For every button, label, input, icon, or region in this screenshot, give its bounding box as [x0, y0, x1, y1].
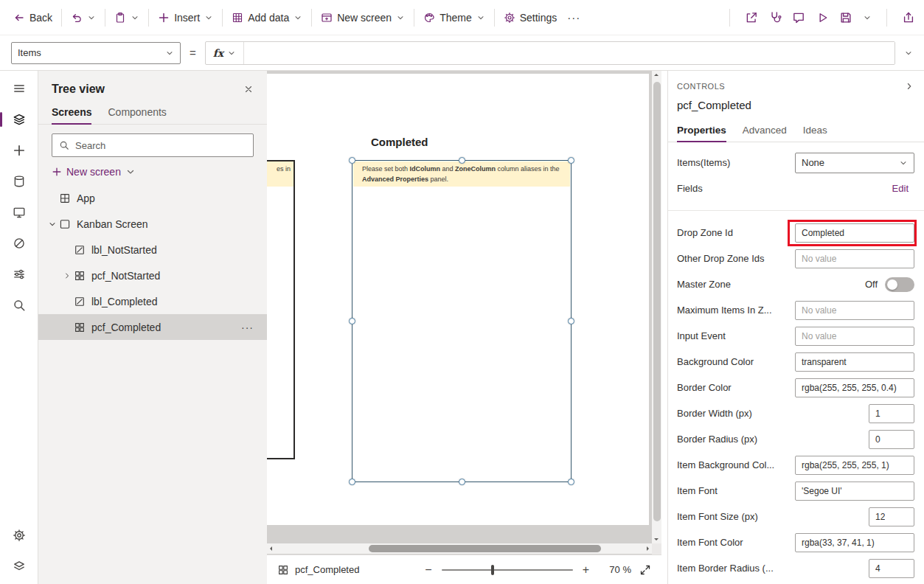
- item-font-color-input[interactable]: rgba(33, 37, 41, 1): [795, 533, 914, 552]
- tab-ideas[interactable]: Ideas: [803, 120, 827, 142]
- chevron-down-icon[interactable]: [87, 13, 96, 22]
- insert-button[interactable]: Insert: [153, 9, 218, 27]
- tree-view-icon[interactable]: [7, 108, 31, 131]
- selection-handle[interactable]: [349, 318, 355, 324]
- search-box[interactable]: [52, 133, 254, 157]
- selection-handle[interactable]: [349, 157, 355, 164]
- new-screen-toolbar-button[interactable]: New screen: [316, 9, 409, 27]
- selection-handle[interactable]: [459, 157, 465, 164]
- share-icon[interactable]: [745, 11, 758, 24]
- item-background-col-input[interactable]: rgba(255, 255, 255, 1): [795, 456, 914, 475]
- properties-panel-header: CONTROLS pcf_Completed PropertiesAdvance…: [668, 71, 924, 142]
- theme-button[interactable]: Theme: [419, 9, 490, 27]
- variables-icon[interactable]: [7, 263, 31, 286]
- data-icon[interactable]: [7, 170, 31, 193]
- close-icon[interactable]: [243, 84, 254, 94]
- tab-components[interactable]: Components: [108, 102, 166, 124]
- preview-app-icon[interactable]: [816, 11, 829, 24]
- property-selector-dropdown[interactable]: Items: [11, 42, 181, 64]
- chevron-down-icon[interactable]: [131, 13, 139, 22]
- scroll-up-arrow[interactable]: [654, 74, 659, 76]
- chevron-right-icon[interactable]: [63, 271, 72, 280]
- chevron-down-icon: [293, 13, 302, 22]
- canvas-screen[interactable]: Completed es in Please set both IdColumn…: [267, 74, 649, 525]
- settings-icon[interactable]: [7, 524, 31, 547]
- add-data-icon: [232, 12, 243, 24]
- formula-input[interactable]: [244, 42, 895, 64]
- tree-item-pcf_notstarted[interactable]: pcf_NotStarted: [38, 263, 267, 288]
- scroll-down-arrow[interactable]: [654, 538, 659, 540]
- item-font-input[interactable]: 'Segoe UI': [795, 482, 914, 501]
- zoom-out-button[interactable]: −: [423, 563, 433, 577]
- save-icon[interactable]: [839, 11, 852, 24]
- undo-button[interactable]: [66, 9, 100, 27]
- comments-icon[interactable]: [792, 11, 805, 24]
- chevron-down-icon[interactable]: [863, 13, 872, 22]
- fields-edit-link[interactable]: Edit: [892, 183, 914, 194]
- item-border-radius-input[interactable]: 4: [869, 559, 914, 578]
- chevron-down-icon[interactable]: [125, 167, 136, 177]
- border-width-px-input[interactable]: 1: [869, 404, 914, 423]
- power-automate-icon[interactable]: [7, 232, 31, 255]
- background-color-input[interactable]: transparent: [795, 352, 914, 372]
- scrollbar-thumb[interactable]: [653, 82, 661, 521]
- item-font-size-px-input[interactable]: 12: [869, 507, 914, 526]
- back-button[interactable]: Back: [9, 9, 57, 27]
- canvas-area[interactable]: Completed es in Please set both IdColumn…: [267, 71, 661, 555]
- gear-icon: [504, 12, 515, 24]
- zoom-in-button[interactable]: +: [581, 563, 591, 577]
- expand-formula-bar-icon[interactable]: [904, 49, 913, 58]
- paste-button[interactable]: [110, 9, 144, 27]
- other-drop-zone-ids-input[interactable]: No value: [795, 249, 914, 268]
- pcf-completed-control[interactable]: Please set both IdColumn and ZoneColumn …: [352, 160, 572, 482]
- tree-item-pcf_completed[interactable]: pcf_Completed···: [38, 314, 267, 340]
- pcf-notstarted-control[interactable]: es in: [267, 160, 295, 459]
- collapse-panel-icon[interactable]: [904, 81, 914, 91]
- more-options-button[interactable]: ···: [241, 321, 260, 333]
- maximum-items-in-z-input[interactable]: No value: [795, 301, 914, 320]
- tab-screens[interactable]: Screens: [52, 102, 91, 124]
- app-checker-icon[interactable]: [768, 11, 782, 24]
- selection-handle[interactable]: [568, 157, 574, 164]
- chevron-down-icon[interactable]: [48, 220, 57, 229]
- media-icon[interactable]: [7, 201, 31, 224]
- tree-item-lbl_completed[interactable]: lbl_Completed: [38, 288, 267, 314]
- publish-icon[interactable]: [902, 11, 915, 24]
- selection-handle[interactable]: [349, 479, 355, 485]
- border-radius-px-input[interactable]: 0: [869, 430, 914, 449]
- master-zone-toggle[interactable]: [885, 277, 914, 292]
- insert-icon[interactable]: [7, 139, 31, 162]
- tab-advanced[interactable]: Advanced: [743, 120, 787, 142]
- advanced-tools-icon[interactable]: [7, 555, 31, 578]
- selection-handle[interactable]: [568, 479, 574, 485]
- scroll-right-arrow[interactable]: [647, 546, 649, 551]
- add-data-button[interactable]: Add data: [227, 9, 307, 27]
- vertical-scrollbar[interactable]: [652, 71, 661, 543]
- items-items-dropdown[interactable]: None: [795, 153, 914, 173]
- horizontal-scrollbar[interactable]: [267, 543, 652, 554]
- tab-properties[interactable]: Properties: [677, 120, 726, 142]
- search-icon[interactable]: [7, 293, 31, 317]
- border-color-input[interactable]: rgba(255, 255, 255, 0.4): [795, 378, 914, 397]
- zoom-slider-handle[interactable]: [491, 565, 494, 575]
- fit-to-window-icon[interactable]: [639, 564, 651, 576]
- tree-item-lbl_notstarted[interactable]: lbl_NotStarted: [38, 237, 267, 263]
- more-commands-button[interactable]: ···: [561, 11, 586, 24]
- search-input[interactable]: [75, 140, 246, 151]
- scroll-left-arrow[interactable]: [270, 546, 272, 551]
- selection-handle[interactable]: [459, 479, 465, 485]
- input-event-input[interactable]: No value: [795, 327, 914, 346]
- zoom-slider[interactable]: [442, 569, 573, 571]
- fx-button[interactable]: fx: [206, 42, 243, 64]
- menu-icon[interactable]: [7, 77, 31, 100]
- selection-handle[interactable]: [568, 318, 574, 324]
- property-label: Background Color: [677, 356, 795, 367]
- drop-zone-id-input[interactable]: Completed: [795, 223, 914, 243]
- tree-view-panel: Tree view ScreensComponents New screen A…: [38, 71, 267, 584]
- scrollbar-thumb[interactable]: [369, 545, 601, 552]
- new-screen-button[interactable]: New screen: [38, 157, 267, 185]
- settings-button[interactable]: Settings: [499, 9, 562, 27]
- tree-item-app[interactable]: App: [38, 185, 267, 211]
- plus-icon: [158, 12, 170, 24]
- tree-item-kanban-screen[interactable]: Kanban Screen: [38, 211, 267, 237]
